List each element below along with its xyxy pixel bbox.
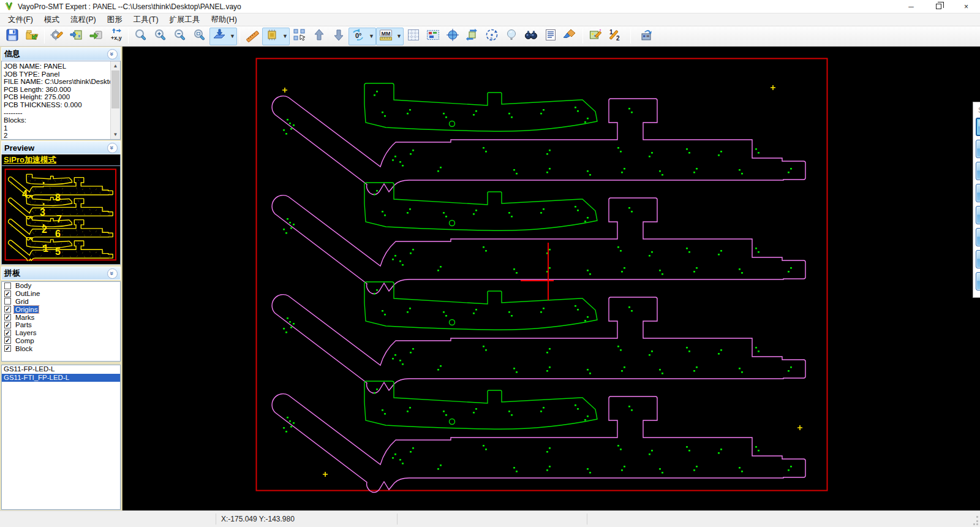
- board-half-button[interactable]: 12: [606, 28, 624, 45]
- origin-button[interactable]: [443, 28, 462, 45]
- step-button-7[interactable]: Job 产生至硬盘: [976, 250, 980, 268]
- layer-label[interactable]: Marks: [14, 314, 36, 321]
- layer-drop-dropdown[interactable]: ▼: [228, 28, 236, 45]
- step-button-3[interactable]: 建立Mark点: [976, 162, 980, 180]
- move-down-button[interactable]: [330, 28, 348, 45]
- move-xy-button[interactable]: +x,y: [107, 28, 125, 45]
- zoom-out-button[interactable]: [171, 28, 189, 45]
- setup-button[interactable]: [48, 28, 66, 45]
- layer-label[interactable]: Parts: [14, 321, 33, 328]
- cad-workspace[interactable]: Step by Step x 设置PCB流向板编号建立Mark点元件选择数据输出…: [123, 47, 980, 510]
- menu-item-7[interactable]: 帮助(H): [206, 13, 243, 26]
- ruler-button[interactable]: [243, 28, 262, 45]
- layer-label[interactable]: Block: [14, 345, 34, 352]
- component-dropdown[interactable]: ▼: [281, 28, 289, 45]
- info-line: 1: [4, 124, 120, 132]
- menu-item-2[interactable]: 模式: [39, 13, 65, 26]
- layer-row-origins: ✓Origins: [2, 305, 120, 313]
- menu-item-4[interactable]: 图形: [102, 13, 128, 26]
- checkbox-grid[interactable]: [4, 298, 11, 305]
- step-button-6[interactable]: Job 产生至系统: [976, 228, 980, 246]
- units-button[interactable]: MM: [377, 28, 395, 45]
- zoom-window-button[interactable]: [190, 28, 209, 45]
- scroll-thumb[interactable]: [111, 70, 119, 108]
- board-list-item[interactable]: GS11-FP-LED-L: [2, 365, 120, 374]
- info-line: JOB NAME: PANEL: [4, 63, 120, 70]
- board-region-button[interactable]: [424, 28, 442, 45]
- step-button-1[interactable]: 设置PCB流向: [976, 118, 980, 136]
- move-up-button[interactable]: [310, 28, 328, 45]
- board-jump-button[interactable]: [637, 28, 655, 45]
- layer-label[interactable]: Comp: [14, 337, 36, 344]
- rotate-angle-dropdown[interactable]: ▼: [368, 28, 375, 45]
- board-region-toolbar-item: [423, 28, 443, 45]
- layer-label[interactable]: Layers: [14, 329, 38, 336]
- restore-button[interactable]: [925, 0, 952, 13]
- checkbox-marks[interactable]: ✓: [4, 314, 11, 320]
- select-array-button[interactable]: [290, 28, 309, 45]
- menu-item-5[interactable]: 工具(T): [128, 13, 164, 26]
- component-button[interactable]: [263, 28, 281, 45]
- menu-item-1[interactable]: 文件(F): [2, 13, 39, 26]
- close-button[interactable]: ×: [952, 0, 980, 13]
- board-panel-header: 拼板 »: [1, 267, 121, 280]
- layer-label[interactable]: Body: [14, 282, 32, 289]
- checkbox-outline[interactable]: ✓: [4, 290, 11, 297]
- resize-grip[interactable]: [972, 519, 978, 525]
- preview-panel-title: Preview: [4, 143, 34, 153]
- menu-item-6[interactable]: 扩展工具: [164, 13, 206, 26]
- board-list: GS11-FP-LED-LGS11-FTI_FP-LED-L: [1, 365, 121, 510]
- move-up-toolbar-item: [309, 28, 329, 45]
- open-toolbar-item: [22, 28, 42, 45]
- rotate-orbit-button[interactable]: a: [483, 28, 501, 45]
- save-button[interactable]: [3, 28, 21, 45]
- step-button-4[interactable]: 元件选择: [976, 184, 980, 202]
- checkbox-block[interactable]: ✓: [4, 345, 11, 352]
- preview-collapse-button[interactable]: »: [107, 143, 118, 153]
- checkbox-origins[interactable]: ✓: [4, 306, 11, 313]
- grid-button[interactable]: [404, 28, 423, 45]
- open-button[interactable]: [23, 28, 41, 45]
- units-dropdown[interactable]: ▼: [395, 28, 403, 45]
- layer-label[interactable]: Grid: [14, 298, 30, 305]
- checkbox-layers[interactable]: ✓: [4, 330, 11, 336]
- report-button[interactable]: [541, 28, 560, 45]
- board-edit-toolbar-item: [586, 28, 605, 45]
- info-collapse-button[interactable]: »: [107, 49, 118, 59]
- scroll-down-icon[interactable]: ▼: [111, 130, 120, 139]
- find-button[interactable]: [522, 28, 540, 45]
- zoom-in-button[interactable]: [151, 28, 170, 45]
- board-export-button[interactable]: [87, 28, 105, 45]
- step-button-8[interactable]: 返回单板工程: [976, 272, 980, 290]
- checkbox-parts[interactable]: ✓: [4, 322, 11, 328]
- minimize-button[interactable]: ─: [897, 0, 925, 13]
- menu-item-3[interactable]: 流程(P): [65, 13, 102, 26]
- preview-block-number: 1: [43, 244, 48, 254]
- layer-drop-button[interactable]: [210, 28, 228, 45]
- board-list-item[interactable]: GS11-FTI_FP-LED-L: [2, 374, 120, 382]
- rotate-angle-button[interactable]: 0°: [349, 28, 368, 45]
- panel-preview[interactable]: 48372615: [1, 166, 121, 265]
- info-line: PCB Length: 360.000: [4, 86, 120, 94]
- scroll-up-icon[interactable]: ▲: [111, 61, 120, 70]
- board-transfer-button[interactable]: [463, 28, 481, 45]
- layer-label[interactable]: OutLine: [14, 290, 41, 297]
- clean-button[interactable]: [561, 28, 579, 45]
- zoom-button[interactable]: [132, 28, 150, 45]
- info-line: PCB Height: 275.000: [4, 93, 120, 101]
- highlight-button[interactable]: [502, 28, 521, 45]
- checkbox-comp[interactable]: ✓: [4, 337, 11, 344]
- layer-row-comp: ✓Comp: [2, 337, 120, 345]
- move-xy-icon: +x,y: [108, 28, 123, 45]
- svg-text:a: a: [490, 36, 492, 40]
- zoom-toolbar-item: [131, 28, 151, 45]
- board-transfer-icon: [465, 28, 480, 45]
- board-edit-button[interactable]: [586, 28, 605, 45]
- info-scrollbar[interactable]: ▲ ▼: [110, 61, 120, 139]
- board-insert-button[interactable]: [67, 28, 86, 45]
- checkbox-body[interactable]: [4, 282, 11, 289]
- step-button-2[interactable]: 板编号: [976, 140, 980, 158]
- board-collapse-button[interactable]: »: [107, 268, 118, 279]
- step-button-5[interactable]: 数据输出: [976, 206, 980, 224]
- layer-label[interactable]: Origins: [14, 306, 39, 313]
